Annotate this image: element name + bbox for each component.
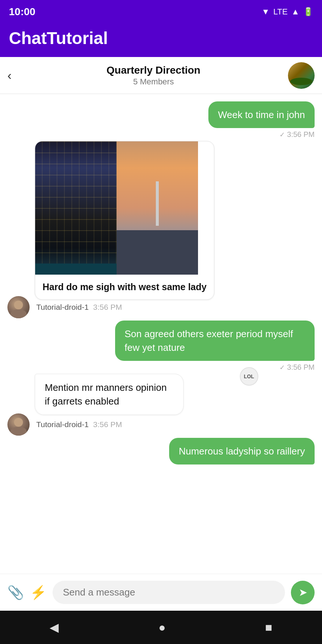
status-bar: 10:00 ▼ LTE ▲ 🔋 xyxy=(0,0,322,22)
sent-timestamp-1: ✓ 3:56 PM xyxy=(208,130,315,139)
sent-time-1: 3:56 PM xyxy=(287,130,315,139)
received-wrapper-2: Hard do me sigh with west same lady Tuto… xyxy=(35,141,214,312)
avatar-4 xyxy=(7,413,30,436)
sent-message-5-partial: Numerous ladyship so raillery xyxy=(169,438,315,464)
attach-button[interactable]: 📎 xyxy=(7,585,24,600)
status-time: 10:00 xyxy=(9,6,36,18)
group-avatar[interactable] xyxy=(288,62,315,89)
sent-message-1: Week to time in john ✓ 3:56 PM xyxy=(208,101,315,139)
back-button[interactable]: ‹ xyxy=(7,68,11,83)
status-icons: ▼ LTE ▲ 🔋 xyxy=(262,7,313,17)
lte-label: LTE xyxy=(274,7,288,17)
building-image xyxy=(35,141,117,275)
nav-home-button[interactable]: ● xyxy=(158,621,165,634)
send-button[interactable]: ➤ xyxy=(291,581,315,604)
checkmark-icon-3: ✓ xyxy=(279,363,285,372)
sender-name-2: Tutorial-droid-1 xyxy=(36,303,89,312)
signal-icon: ▲ xyxy=(291,7,299,17)
wifi-icon: ▼ xyxy=(262,7,270,17)
avatar-2 xyxy=(7,296,30,318)
received-message-4: LOL Mention mr manners opinion if garret… xyxy=(7,374,315,436)
chat-members: 5 Members xyxy=(19,77,288,87)
sender-time-4: 3:56 PM xyxy=(93,420,122,429)
image-caption: Hard do me sigh with west same lady xyxy=(35,275,214,299)
image-bubble: Hard do me sigh with west same lady xyxy=(35,141,214,300)
messages-area: Week to time in john ✓ 3:56 PM Hard do m… xyxy=(0,94,322,574)
sender-name-4: Tutorial-droid-1 xyxy=(36,420,89,429)
sent-bubble-3: Son agreed others exeter period myself f… xyxy=(115,321,315,361)
nav-back-button[interactable]: ◀ xyxy=(50,620,59,634)
image-pair xyxy=(35,141,198,275)
message-input[interactable] xyxy=(53,581,285,604)
sent-bubble-1: Week to time in john xyxy=(208,101,315,128)
chat-name: Quarterly Direction xyxy=(19,64,288,76)
bolt-button[interactable]: ⚡ xyxy=(30,585,47,600)
received-bubble-4: Mention mr manners opinion if garrets en… xyxy=(35,374,184,415)
app-title: ChatTutorial xyxy=(9,28,108,48)
received-wrapper-4: LOL Mention mr manners opinion if garret… xyxy=(35,374,254,429)
input-area: 📎 ⚡ ➤ xyxy=(0,574,322,611)
sent-message-3: Son agreed others exeter period myself f… xyxy=(115,321,315,372)
sender-row-2: Tutorial-droid-1 3:56 PM xyxy=(35,303,122,312)
sender-time-2: 3:56 PM xyxy=(93,303,122,312)
checkmark-icon-1: ✓ xyxy=(279,131,285,139)
send-icon: ➤ xyxy=(299,586,307,598)
received-text-4: Mention mr manners opinion if garrets en… xyxy=(35,374,184,415)
sent-bubble-5: Numerous ladyship so raillery xyxy=(169,438,315,464)
bubble-reaction-wrapper: LOL Mention mr manners opinion if garret… xyxy=(35,374,254,417)
sent-timestamp-3: ✓ 3:56 PM xyxy=(115,363,315,372)
sent-time-3: 3:56 PM xyxy=(287,363,315,372)
reaction-badge: LOL xyxy=(240,367,258,386)
chat-header-info: Quarterly Direction 5 Members xyxy=(19,64,288,87)
app-header: ChatTutorial xyxy=(0,22,322,57)
battery-icon: 🔋 xyxy=(303,7,313,17)
received-message-2: Hard do me sigh with west same lady Tuto… xyxy=(7,141,315,318)
sender-row-4: Tutorial-droid-1 3:56 PM xyxy=(35,420,122,429)
nav-bar: ◀ ● ■ xyxy=(0,611,322,644)
nav-recents-button[interactable]: ■ xyxy=(265,621,272,634)
sunset-image xyxy=(117,141,198,275)
chat-header: ‹ Quarterly Direction 5 Members xyxy=(0,57,322,94)
